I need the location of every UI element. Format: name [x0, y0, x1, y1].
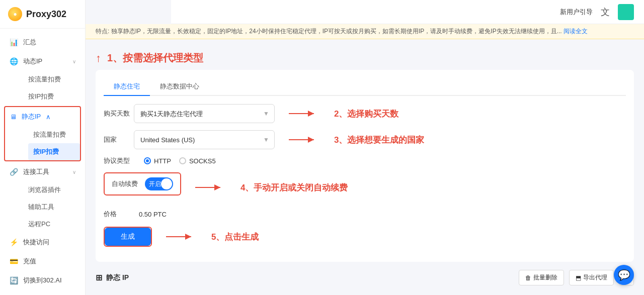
arrow-svg-3: [289, 135, 319, 145]
export-icon: ⬒: [576, 274, 581, 281]
step4-arrow: 4、手动开启或关闭自动续费: [195, 182, 348, 193]
step1-arrow-indicator: ↑: [96, 52, 101, 65]
sidebar-item-dynamic-traffic[interactable]: 按流量扣费: [23, 71, 85, 88]
generate-button[interactable]: 生成: [105, 228, 151, 246]
dynamic-ip-icon: 🌐: [9, 57, 18, 65]
static-ip-title-text: 静态 IP: [106, 273, 129, 282]
protocol-row: 协议类型 HTTP SOCKS5: [104, 156, 626, 165]
auto-renew-label: 自动续费: [112, 179, 138, 188]
arrow-svg-2: [289, 109, 319, 119]
socks5-label: SOCKS5: [189, 157, 216, 165]
language-icon[interactable]: 文: [601, 6, 610, 18]
step1-title: ↑ 1、按需选择代理类型: [96, 51, 634, 65]
sidebar-nav: 📊 汇总 🌐 动态IP ∨ 按流量扣费 按IP扣费 🖥 静态IP ∧ 按流量扣费…: [0, 29, 85, 295]
avatar[interactable]: [618, 4, 634, 20]
arrow-svg-5: [166, 232, 196, 242]
sidebar: ● Proxy302 📊 汇总 🌐 动态IP ∨ 按流量扣费 按IP扣费 🖥 静…: [0, 0, 86, 295]
sidebar-label-dashboard: 汇总: [23, 38, 36, 47]
country-row: 国家 United States (US) ▼ 3、选择想要生成的国家: [104, 130, 626, 149]
sidebar-label-connect-tools: 连接工具: [23, 167, 49, 176]
step5-arrow: 5、点击生成: [166, 231, 259, 243]
step5-annotation: 5、点击生成: [211, 231, 259, 243]
connect-tools-subnav: 浏览器插件 辅助工具 远程PC: [0, 181, 85, 233]
static-ip-subnav: 按流量扣费 按IP扣费: [5, 126, 80, 160]
step2-annotation: 2、选择购买天数: [334, 108, 398, 120]
export-proxy-button[interactable]: ⬒ 导出代理: [569, 270, 614, 285]
price-row: 价格 0.50 PTC: [104, 210, 626, 219]
export-label: 导出代理: [583, 273, 607, 282]
days-label: 购买天数: [104, 109, 134, 118]
step1-label: 1、按需选择代理类型: [107, 51, 203, 65]
static-ip-title: ⊞ 静态 IP: [96, 273, 129, 282]
tab-purchased[interactable]: 已购代理: [96, 290, 138, 295]
sidebar-item-browser-plugin[interactable]: 浏览器插件: [23, 181, 85, 199]
switch-icon: 🔄: [9, 276, 18, 284]
sidebar-label-recharge: 充值: [23, 257, 36, 266]
sidebar-item-recharge[interactable]: 💳 充值: [0, 252, 85, 271]
notice-text: 特点: 独享静态IP，无限流量，长效稳定，固定的IP地址，24小时保持住宅稳定代…: [96, 28, 562, 35]
generate-row: 生成 5、点击生成: [104, 227, 626, 247]
protocol-radio-group: HTTP SOCKS5: [144, 157, 216, 165]
sidebar-item-dynamic-ip[interactable]: 🌐 动态IP ∨: [0, 52, 85, 71]
http-label: HTTP: [154, 157, 171, 165]
sidebar-item-static-ip[interactable]: 🖥 静态IP ∧: [5, 107, 80, 126]
price-label: 价格: [104, 210, 134, 219]
http-radio-dot: [144, 157, 151, 164]
country-select[interactable]: United States (US): [140, 136, 268, 144]
sidebar-item-dashboard[interactable]: 📊 汇总: [0, 33, 85, 52]
read-more-link[interactable]: 阅读全文: [564, 28, 588, 35]
sidebar-item-static-ip-fee[interactable]: 按IP扣费: [28, 143, 80, 160]
sidebar-item-remote-pc[interactable]: 远程PC: [23, 216, 85, 233]
static-ip-section: 🖥 静态IP ∧ 按流量扣费 按IP扣费: [4, 106, 81, 161]
content-area: 静态住宅 静态数据中心 购买天数 购买1天静态住宅代理 ▼: [96, 70, 634, 262]
bulk-delete-button[interactable]: 🗑 批量删除: [519, 270, 564, 285]
static-ip-icon: 🖥: [10, 113, 17, 121]
quick-access-icon: ⚡: [9, 238, 18, 246]
dashboard-icon: 📊: [9, 38, 18, 46]
sidebar-item-switch[interactable]: 🔄 切换到302.AI: [0, 271, 85, 290]
sidebar-label-quick-access: 快捷访问: [23, 238, 49, 247]
tab-static-residential[interactable]: 静态住宅: [104, 78, 150, 96]
protocol-label: 协议类型: [104, 156, 134, 165]
connect-tools-icon: 🔗: [9, 168, 18, 176]
new-user-guide-link[interactable]: 新用户引导: [560, 8, 593, 17]
country-select-wrapper[interactable]: United States (US) ▼: [134, 130, 275, 149]
days-select[interactable]: 购买1天静态住宅代理: [140, 110, 268, 118]
tab-static-datacenter[interactable]: 静态数据中心: [150, 78, 209, 96]
step2-arrow: 2、选择购买天数: [289, 108, 398, 120]
sidebar-item-dynamic-ip-fee[interactable]: 按IP扣费: [23, 88, 85, 105]
sidebar-label-dynamic-ip: 动态IP: [23, 57, 42, 66]
logo: ● Proxy302: [0, 0, 85, 29]
sidebar-item-api[interactable]: 📋 API V2 ∨: [0, 290, 85, 295]
recharge-icon: 💳: [9, 257, 18, 265]
main-inner: ↑ 1、按需选择代理类型 静态住宅 静态数据中心 购买天数 购买1天静态住宅代理…: [86, 39, 644, 295]
step4-annotation: 4、手动开启或关闭自动续费: [240, 182, 348, 193]
sidebar-item-connect-tools[interactable]: 🔗 连接工具 ∨: [0, 162, 85, 181]
static-ip-section-header: ⊞ 静态 IP 🗑 批量删除 ⬒ 导出代理 ↻: [96, 270, 634, 285]
country-label: 国家: [104, 135, 134, 144]
toggle-knob: [161, 178, 172, 189]
proxy-type-tabs: 静态住宅 静态数据中心: [104, 78, 626, 96]
bulk-delete-label: 批量删除: [533, 273, 557, 282]
dynamic-ip-subnav: 按流量扣费 按IP扣费: [0, 71, 85, 105]
sidebar-item-static-traffic[interactable]: 按流量扣费: [28, 126, 80, 143]
main-content: 新用户引导 文 特点: 独享静态IP，无限流量，长效稳定，固定的IP地址，24小…: [86, 0, 644, 295]
days-row: 购买天数 购买1天静态住宅代理 ▼ 2、选择购买天数: [104, 104, 626, 123]
tab-deleted[interactable]: 已删除代理: [138, 290, 187, 295]
auto-renew-toggle[interactable]: 开启: [145, 177, 173, 190]
protocol-socks5[interactable]: SOCKS5: [179, 157, 216, 165]
trash-icon: 🗑: [525, 274, 531, 281]
generate-btn-box: 生成: [104, 227, 152, 247]
sidebar-label-static-ip: 静态IP: [22, 112, 41, 121]
sidebar-item-quick-access[interactable]: ⚡ 快捷访问: [0, 233, 85, 252]
auto-renew-box: 自动续费 开启: [104, 172, 181, 195]
socks5-radio-dot: [179, 157, 186, 164]
days-select-wrapper[interactable]: 购买1天静态住宅代理 ▼: [134, 104, 275, 123]
chat-icon: 💬: [618, 269, 630, 281]
arrow-svg-4: [195, 182, 225, 192]
protocol-http[interactable]: HTTP: [144, 157, 171, 165]
chat-button[interactable]: 💬: [614, 265, 634, 285]
topbar: 新用户引导 文: [171, 0, 644, 24]
sidebar-item-helper-tools[interactable]: 辅助工具: [23, 199, 85, 216]
logo-icon: ●: [8, 7, 22, 21]
